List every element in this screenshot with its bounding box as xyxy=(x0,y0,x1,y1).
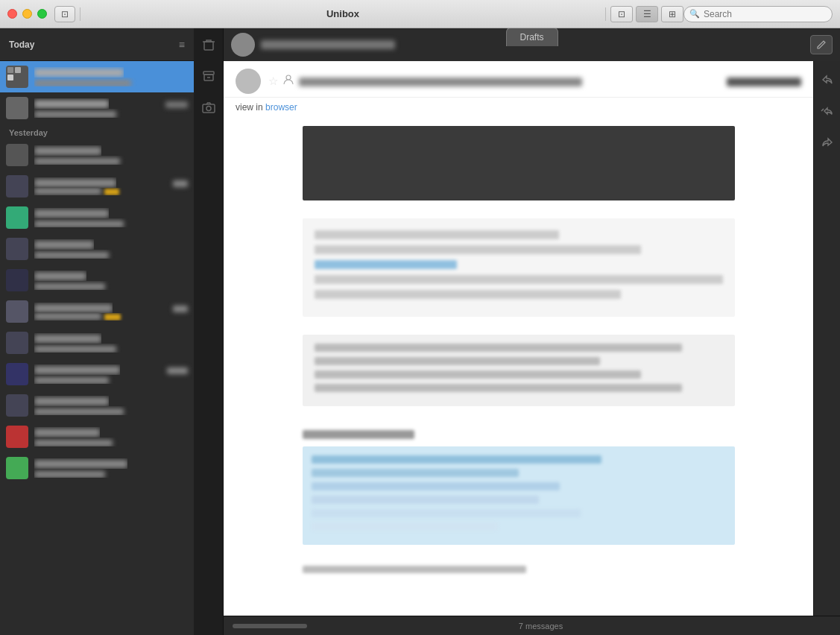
email-footer-wrapper xyxy=(224,563,813,579)
email-header-image xyxy=(303,126,735,200)
traffic-lights xyxy=(7,9,47,19)
svg-rect-6 xyxy=(203,104,215,113)
sidebar-item-preview xyxy=(34,78,188,86)
sidebar-item-time xyxy=(165,100,188,108)
email-section1-wrapper xyxy=(224,212,813,329)
avatar xyxy=(6,144,28,166)
main-content: Today ≡ xyxy=(0,28,840,635)
sidebar-yesterday-label: Yesterday xyxy=(0,124,194,139)
sidebar-item[interactable] xyxy=(0,421,194,452)
sidebar-item-preview xyxy=(34,109,188,118)
email-blue-block xyxy=(303,446,735,545)
email-section2 xyxy=(303,335,735,406)
sidebar-today-label: Today xyxy=(9,40,179,50)
compose-button[interactable] xyxy=(810,35,833,54)
window-nav-button[interactable]: ⊡ xyxy=(54,6,75,22)
email-footer xyxy=(303,563,735,576)
browser-link[interactable]: browser xyxy=(265,102,297,113)
svg-rect-0 xyxy=(7,67,13,73)
email-section3-wrapper xyxy=(224,418,813,563)
sidebar: Today ≡ xyxy=(0,28,194,635)
sidebar-item[interactable] xyxy=(0,390,194,421)
avatar xyxy=(6,66,28,88)
app-title: Unibox xyxy=(85,8,601,19)
email-section2-wrapper xyxy=(224,329,813,418)
titlebar: ⊡ Unibox ⊡ ☰ ⊞ 🔍 xyxy=(0,0,840,28)
avatar xyxy=(6,426,28,448)
sidebar-list: Yesterday xyxy=(0,61,194,635)
svg-rect-3 xyxy=(204,42,213,50)
sidebar-item[interactable] xyxy=(0,358,194,390)
svg-point-8 xyxy=(286,75,291,80)
sidebar-filter-button[interactable]: ≡ xyxy=(179,39,185,51)
reply-button[interactable] xyxy=(818,70,837,89)
close-button[interactable] xyxy=(7,9,17,19)
avatar xyxy=(6,332,28,354)
sender-name xyxy=(261,40,395,49)
svg-rect-1 xyxy=(15,67,21,73)
minimize-button[interactable] xyxy=(22,9,32,19)
message-top-bar: Drafts xyxy=(224,28,840,61)
search-input[interactable] xyxy=(683,6,833,22)
sidebar-header: Today ≡ xyxy=(0,28,194,61)
sidebar-item[interactable] xyxy=(0,61,194,92)
avatar xyxy=(6,175,28,198)
email-sender-avatar xyxy=(236,69,261,94)
svg-point-7 xyxy=(206,107,211,111)
search-wrapper: 🔍 xyxy=(683,6,833,22)
view-list-button[interactable]: ☰ xyxy=(636,6,658,22)
drafts-tab[interactable]: Drafts xyxy=(505,28,558,46)
reply-all-button[interactable] xyxy=(818,101,837,121)
search-icon: 🔍 xyxy=(689,9,700,19)
message-area: Drafts ☆ xyxy=(224,28,840,635)
forward-button[interactable] xyxy=(818,133,837,152)
toolbar-icons: ⊡ ☰ ⊞ xyxy=(610,6,683,22)
sidebar-item[interactable] xyxy=(0,327,194,358)
sidebar-item[interactable] xyxy=(0,92,194,124)
sidebar-item[interactable] xyxy=(0,202,194,233)
avatar xyxy=(6,363,28,385)
avatar xyxy=(6,238,28,260)
sidebar-item[interactable] xyxy=(0,452,194,484)
avatar xyxy=(6,206,28,229)
avatar xyxy=(6,457,28,479)
messages-count-label: 7 messages xyxy=(519,622,563,631)
sidebar-item[interactable] xyxy=(0,171,194,202)
search-bar: 🔍 xyxy=(683,6,833,22)
avatar xyxy=(6,97,28,119)
sidebar-item-content xyxy=(34,98,188,118)
svg-rect-2 xyxy=(7,75,13,80)
content-wrapper: ☆ view in browser xyxy=(224,61,840,616)
view-grid-button[interactable]: ⊞ xyxy=(661,6,683,22)
archive-button[interactable] xyxy=(198,66,219,86)
sidebar-item-name xyxy=(34,67,124,78)
sidebar-item[interactable] xyxy=(0,233,194,265)
email-section3 xyxy=(303,424,735,551)
star-icon[interactable]: ☆ xyxy=(268,75,278,88)
email-scroll-area[interactable]: ☆ view in browser xyxy=(224,61,813,616)
sidebar-item-name xyxy=(34,98,109,109)
middle-panel xyxy=(194,28,224,635)
sender-avatar xyxy=(231,33,255,57)
avatar xyxy=(6,269,28,291)
sidebar-item[interactable] xyxy=(0,265,194,296)
avatar xyxy=(6,394,28,417)
sidebar-item-content xyxy=(34,67,188,86)
person-icon xyxy=(282,74,294,89)
delete-button[interactable] xyxy=(198,34,219,55)
sidebar-item[interactable] xyxy=(0,296,194,327)
sidebar-item[interactable] xyxy=(0,139,194,171)
camera-button[interactable] xyxy=(198,97,219,118)
email-date xyxy=(727,75,801,88)
email-header-image-wrapper xyxy=(224,117,813,212)
maximize-button[interactable] xyxy=(37,9,47,19)
email-section1 xyxy=(303,218,735,317)
scroll-indicator[interactable] xyxy=(233,624,307,628)
view-in-browser: view in browser xyxy=(224,98,813,117)
email-subject xyxy=(299,75,727,88)
view-single-button[interactable]: ⊡ xyxy=(610,6,633,22)
avatar xyxy=(6,300,28,323)
bottom-bar: 7 messages xyxy=(224,616,840,635)
email-header: ☆ xyxy=(224,61,813,98)
right-action-bar xyxy=(813,61,840,616)
